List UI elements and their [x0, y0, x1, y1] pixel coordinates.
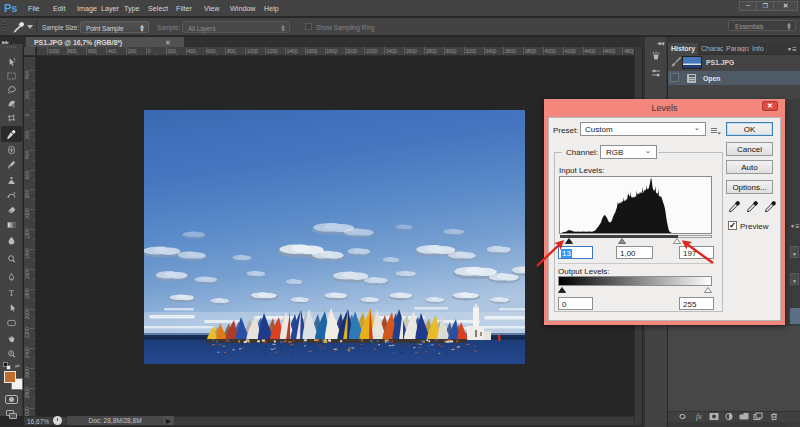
svg-text:fx: fx — [696, 412, 702, 421]
svg-text:T: T — [9, 289, 14, 298]
